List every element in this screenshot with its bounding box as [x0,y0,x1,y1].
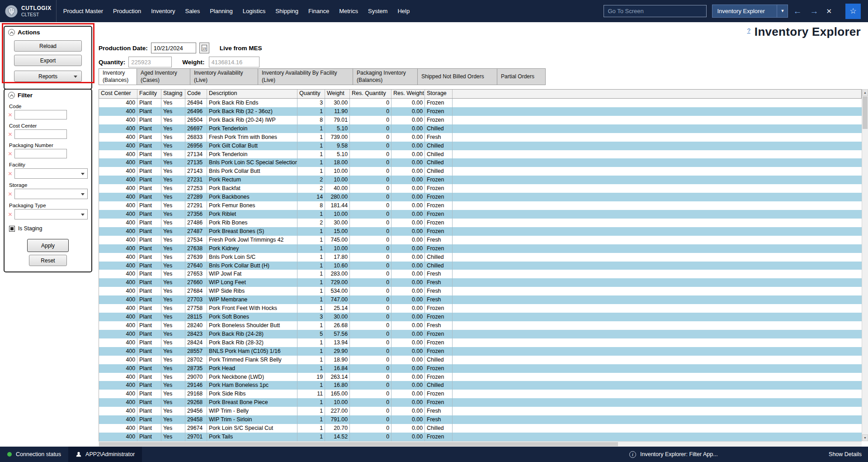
tab-partial-orders[interactable]: Partial Orders [497,68,546,85]
show-details-link[interactable]: Show Details [829,451,862,457]
filter-select-facility[interactable] [14,168,88,179]
is-staging-checkbox[interactable]: Is Staging [9,225,87,232]
clear-filter-icon[interactable]: ✕ [7,112,13,118]
table-row[interactable]: 400PlantYes28423Pork Back Rib (24-28)557… [99,330,862,338]
column-header-res-weight[interactable]: Res. Weight [392,90,425,98]
column-header-cost-center[interactable]: Cost Center [99,90,137,98]
column-header-res-quantity[interactable]: Res. Quantity [350,90,392,98]
table-row[interactable]: 400PlantYes29674Pork Loin S/C Special Cu… [99,424,862,433]
table-row[interactable]: 400PlantYes27231Pork Rectum210.0000.00Fr… [99,176,862,184]
table-row[interactable]: 400PlantYes29456WIP Trim - Belly1227.000… [99,407,862,415]
table-row[interactable]: 400PlantYes29070Pork Neckbone (LWD)19263… [99,373,862,381]
table-row[interactable]: 400PlantYes27135Bnls Pork Loin SC Specia… [99,158,862,167]
actions-panel-header[interactable]: Actions [5,27,91,37]
filter-input-code[interactable] [14,110,67,119]
clear-filter-icon[interactable]: ✕ [7,131,13,138]
column-header-code[interactable]: Code [185,90,207,98]
table-row[interactable]: 400PlantYes27291Pork Femur Bones8181.440… [99,201,862,210]
apply-button[interactable]: Apply [27,239,69,252]
table-row[interactable]: 400PlantYes27487Pork Breast Bones (S)115… [99,227,862,236]
table-row[interactable]: 400PlantYes27684WIP Side Ribs1534.0000.0… [99,287,862,295]
forward-arrow-icon[interactable]: → [807,6,821,16]
table-row[interactable]: 400PlantYes27289Pork Backbones14280.0000… [99,193,862,201]
clear-filter-icon[interactable]: ✕ [7,151,13,157]
production-date-input[interactable] [151,43,196,53]
menu-item-help[interactable]: Help [392,0,415,22]
table-row[interactable]: 400PlantYes28424Pork Back Rib (28-32)113… [99,338,862,347]
table-row[interactable]: 400PlantYes27758Pork Front Feet With Hoc… [99,304,862,313]
column-header-weight[interactable]: Weight [325,90,350,98]
clear-filter-icon[interactable]: ✕ [7,191,13,197]
table-row[interactable]: 400PlantYes27143Bnls Pork Collar Butt110… [99,167,862,176]
back-arrow-icon[interactable]: ← [790,6,805,16]
table-row[interactable]: 400PlantYes27356Pork Riblet110.0000.00Fr… [99,210,862,219]
horizontal-scrollbar[interactable] [99,441,862,447]
reload-button[interactable]: Reload [14,40,82,52]
menu-item-shipping[interactable]: Shipping [270,0,303,22]
table-row[interactable]: 400PlantYes27640Bnls Pork Collar Butt (H… [99,262,862,270]
menu-item-product-master[interactable]: Product Master [58,0,108,22]
reports-button[interactable]: Reports [14,71,82,82]
table-row[interactable]: 400PlantYes26833Fresh Pork Trim with Bon… [99,133,862,142]
clear-filter-icon[interactable]: ✕ [7,171,13,177]
calendar-icon[interactable] [199,43,209,53]
table-row[interactable]: 400PlantYes27534Fresh Pork Jowl Trimming… [99,236,862,244]
table-row[interactable]: 400PlantYes27638Pork Kidney110.0000.00Fr… [99,244,862,253]
table-row[interactable]: 400PlantYes27134Pork Tenderloin15.1000.0… [99,150,862,159]
table-row[interactable]: 400PlantYes28557BNLS Pork Ham (C105) 1/1… [99,347,862,356]
menu-item-finance[interactable]: Finance [303,0,334,22]
connection-status[interactable]: Connection status [0,447,68,462]
table-row[interactable]: 400PlantYes27660WIP Long Feet1729.0000.0… [99,278,862,287]
horizontal-scrollbar-thumb[interactable] [99,442,618,446]
table-row[interactable]: 400PlantYes26697Pork Tenderloin15.1000.0… [99,124,862,133]
tab-packaging-inventory-balances[interactable]: Packaging Inventory (Balances) [353,68,417,85]
scroll-down-icon[interactable]: ▼ [862,434,868,441]
column-header-description[interactable]: Description [207,90,297,98]
filter-input-packaging-number[interactable] [14,149,67,158]
table-row[interactable]: 400PlantYes27703WIP Membrane1747.0000.00… [99,295,862,304]
logged-in-user[interactable]: APP2\Administrator [68,447,142,462]
tab-inventory-availability-by-facility-live[interactable]: Inventory Availability By Facility (Live… [258,68,353,85]
table-row[interactable]: 400PlantYes29146Pork Ham Boneless 1pc116… [99,381,862,390]
filter-select-packaging-type[interactable] [14,209,88,219]
table-row[interactable]: 400PlantYes28240Pork Boneless Shoulder B… [99,321,862,330]
export-button[interactable]: Export [14,55,82,66]
close-icon[interactable]: ✕ [822,7,835,15]
column-header-facility[interactable]: Facility [137,90,161,98]
reset-button[interactable]: Reset [29,255,67,266]
table-row[interactable]: 400PlantYes27639Bnls Pork Loin S/C117.80… [99,253,862,262]
clear-filter-icon[interactable]: ✕ [7,211,13,218]
table-row[interactable]: 400PlantYes27253Pork Backfat240.0000.00F… [99,184,862,193]
menu-item-metrics[interactable]: Metrics [334,0,363,22]
table-row[interactable]: 400PlantYes26494Pork Back Rib Ends330.00… [99,99,862,107]
table-row[interactable]: 400PlantYes29268Pork Breast Bone Piece11… [99,398,862,407]
table-row[interactable]: 400PlantYes29458WIP Trim - Sirloin1791.0… [99,415,862,424]
tab-aged-inventory-cases[interactable]: Aged Inventory (Cases) [137,68,190,85]
menu-item-logistics[interactable]: Logistics [238,0,271,22]
screen-selector[interactable]: Inventory Explorer ▼ [712,5,788,18]
menu-item-planning[interactable]: Planning [205,0,238,22]
vertical-scrollbar-thumb[interactable] [863,96,868,129]
table-row[interactable]: 400PlantYes29168Pork Side Ribs11165.0000… [99,390,862,398]
column-header-quantity[interactable]: Quantity [297,90,325,98]
filter-panel-header[interactable]: Filter [5,90,91,100]
table-row[interactable]: 400PlantYes26496Pork Back Rib (32 - 36oz… [99,107,862,116]
table-row[interactable]: 400PlantYes27653WIP Jowl Fat1283.0000.00… [99,270,862,278]
table-row[interactable]: 400PlantYes28735Pork Head116.8400.00Froz… [99,364,862,373]
filter-select-storage[interactable] [14,189,88,199]
vertical-scrollbar[interactable]: ▲ ▼ [862,89,868,441]
table-row[interactable]: 400PlantYes26504Pork Back Rib (20-24) IW… [99,116,862,124]
menu-item-sales[interactable]: Sales [180,0,205,22]
favorite-button[interactable]: ☆ [845,4,861,19]
menu-item-system[interactable]: System [363,0,392,22]
table-row[interactable]: 400PlantYes28702Pork Trimmed Flank SR Be… [99,356,862,364]
filter-input-cost-center[interactable] [14,129,67,139]
help-link[interactable]: ? [747,27,750,34]
tab-shipped-not-billed-orders[interactable]: Shipped Not Billed Orders [417,68,497,85]
table-row[interactable]: 400PlantYes26956Pork Gilt Collar Butt19.… [99,142,862,150]
table-row[interactable]: 400PlantYes29701Pork Tails114.5200.00Fro… [99,433,862,441]
table-row[interactable]: 400PlantYes27486Pork Rib Bones230.0000.0… [99,219,862,227]
column-header-staging[interactable]: Staging [161,90,185,98]
tab-inventory-availability-live[interactable]: Inventory Availability (Live) [190,68,258,85]
column-header-storage[interactable]: Storage [425,90,453,98]
